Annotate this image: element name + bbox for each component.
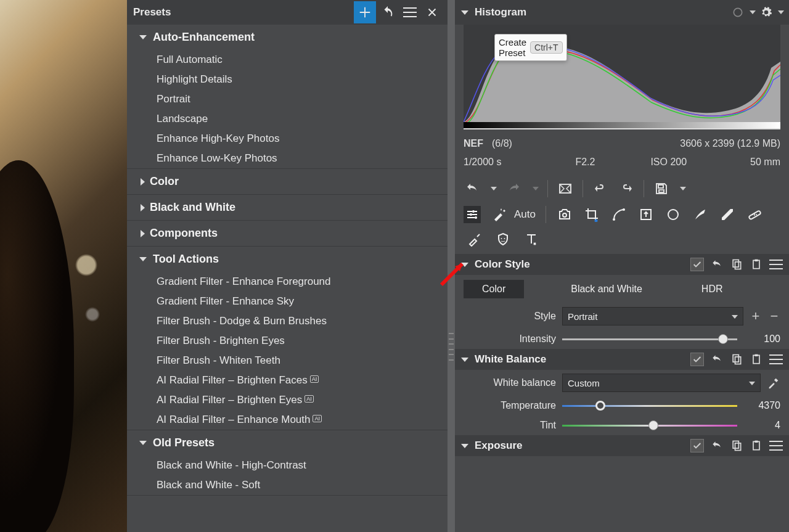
export-tool[interactable] (637, 206, 655, 223)
create-preset-button[interactable] (354, 1, 376, 23)
preset-group-header[interactable]: Tool Actions (127, 247, 448, 272)
preset-group-header[interactable]: Black and White (127, 195, 448, 220)
preset-item[interactable]: Highlight Details (127, 70, 448, 89)
preset-item[interactable]: Full Automatic (127, 50, 448, 70)
radial-tool[interactable] (664, 206, 682, 223)
section-enable-checkbox[interactable] (690, 353, 704, 366)
preset-group-header[interactable]: Color (127, 169, 448, 194)
undo-button[interactable] (377, 2, 398, 23)
preset-item[interactable]: Enhance Low-Key Photos (127, 149, 448, 168)
exif-focal: 50 mm (750, 157, 780, 168)
section-paste-button[interactable] (750, 353, 763, 366)
preset-group-header[interactable]: Components (127, 221, 448, 246)
color-style-tabs: Color Black and White HDR (455, 275, 789, 303)
preset-item[interactable]: Portrait (127, 89, 448, 109)
section-enable-checkbox[interactable] (690, 439, 704, 452)
preset-item[interactable]: Black and White - High-Contrast (127, 456, 448, 475)
preset-item[interactable]: Filter Brush - Whiten Teeth (127, 351, 448, 370)
crop-tool-camera[interactable] (556, 206, 573, 223)
settings-button[interactable] (759, 6, 773, 19)
preset-item[interactable]: AI Radial Filter – Brighten FacesAI (127, 370, 448, 390)
section-reset-button[interactable] (710, 439, 724, 452)
overexposure-toggle[interactable] (731, 6, 745, 19)
menu-button[interactable] (399, 2, 420, 23)
retouch-brush-tool[interactable] (466, 231, 483, 248)
preset-item[interactable]: Enhance High-Key Photos (127, 129, 448, 149)
section-copy-button[interactable] (730, 258, 743, 271)
preset-item[interactable]: AI Radial Filter – Enhance MouthAI (127, 410, 448, 430)
temperature-slider[interactable] (562, 399, 737, 412)
ai-badge: AI (313, 415, 322, 422)
section-menu-button[interactable] (769, 258, 783, 271)
auto-enhance-tool[interactable] (491, 206, 508, 223)
file-format: NEF (464, 138, 483, 149)
preset-item[interactable]: Gradient Filter - Enhance Foreground (127, 272, 448, 292)
drag-grip-icon (449, 333, 454, 361)
preset-item-label: Black and White - High-Contrast (157, 459, 306, 472)
style-add-button[interactable]: + (750, 308, 762, 324)
preset-item[interactable]: Filter Brush - Brighten Eyes (127, 331, 448, 351)
caret-down-icon (139, 441, 147, 445)
menu-icon (403, 7, 417, 17)
close-button[interactable] (422, 2, 443, 23)
svg-rect-15 (735, 262, 741, 269)
gradient-tool[interactable] (719, 206, 736, 223)
rotate-right-button[interactable] (618, 180, 635, 197)
tab-bw[interactable]: Black and White (549, 280, 664, 298)
crop-tool[interactable] (583, 206, 600, 223)
section-copy-button[interactable] (730, 353, 743, 366)
preset-item[interactable]: AI Radial Filter – Brighten EyesAI (127, 390, 448, 410)
brush-tool[interactable] (692, 206, 709, 223)
face-tool[interactable] (494, 231, 512, 248)
compare-button[interactable] (557, 180, 574, 197)
svg-rect-23 (735, 443, 741, 451)
create-preset-tooltip: Create Preset Ctrl+T (494, 34, 567, 61)
section-reset-button[interactable] (710, 353, 724, 366)
section-reset-button[interactable] (710, 258, 724, 271)
tint-slider[interactable] (562, 419, 737, 432)
rotate-left-button[interactable] (592, 180, 609, 197)
caret-right-icon (141, 204, 145, 211)
tab-hdr[interactable]: HDR (689, 280, 735, 298)
svg-rect-19 (735, 357, 741, 364)
style-remove-button[interactable]: − (768, 308, 780, 324)
wb-eyedropper[interactable] (767, 376, 780, 390)
undo-button[interactable] (464, 180, 481, 197)
style-label: Style (464, 311, 556, 322)
exif-shutter: 1/2000 s (464, 157, 501, 168)
svg-point-7 (613, 218, 615, 221)
preset-item[interactable]: Filter Brush - Dodge & Burn Brushes (127, 311, 448, 331)
heal-tool[interactable] (746, 206, 763, 223)
preset-item[interactable]: Gradient Filter - Enhance Sky (127, 292, 448, 311)
preset-item-label: Filter Brush - Brighten Eyes (157, 335, 285, 347)
section-menu-button[interactable] (769, 353, 783, 366)
section-menu-button[interactable] (769, 439, 783, 452)
history-toolbar (455, 176, 789, 201)
color-style-header[interactable]: Color Style (455, 254, 789, 275)
style-value: Portrait (568, 311, 597, 322)
menu-icon (769, 441, 783, 451)
temperature-label: Temperature (464, 400, 556, 411)
redo-button[interactable] (505, 180, 523, 197)
adjustments-tool[interactable] (464, 206, 481, 223)
histogram-header[interactable]: Histogram (455, 0, 789, 25)
preset-item[interactable]: Black and White - Soft (127, 475, 448, 495)
white-balance-header[interactable]: White Balance (455, 349, 789, 370)
style-select[interactable]: Portrait (562, 307, 743, 325)
section-enable-checkbox[interactable] (690, 258, 704, 271)
curve-tool[interactable] (610, 206, 628, 223)
preset-item[interactable]: Landscape (127, 109, 448, 129)
save-button[interactable] (653, 180, 670, 197)
wb-select[interactable]: Custom (562, 374, 761, 392)
section-paste-button[interactable] (750, 439, 763, 452)
section-paste-button[interactable] (750, 258, 763, 271)
intensity-label: Intensity (464, 334, 556, 345)
preset-group-header[interactable]: Auto-Enhancement (127, 25, 448, 50)
exposure-header[interactable]: Exposure (455, 435, 789, 456)
preset-item-label: Landscape (157, 113, 208, 125)
intensity-slider[interactable] (562, 333, 737, 345)
menu-icon (769, 260, 783, 269)
preset-group-header[interactable]: Old Presets (127, 430, 448, 456)
text-tool[interactable] (523, 231, 540, 248)
section-copy-button[interactable] (730, 439, 743, 452)
